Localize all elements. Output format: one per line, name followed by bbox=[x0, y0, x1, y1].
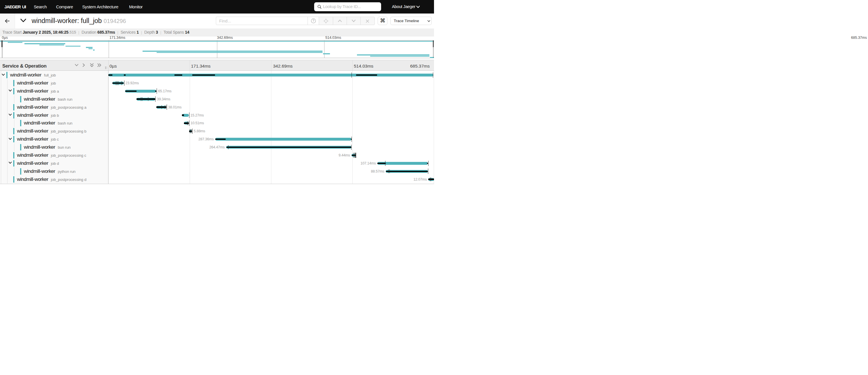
svg-text:?: ? bbox=[312, 19, 314, 23]
